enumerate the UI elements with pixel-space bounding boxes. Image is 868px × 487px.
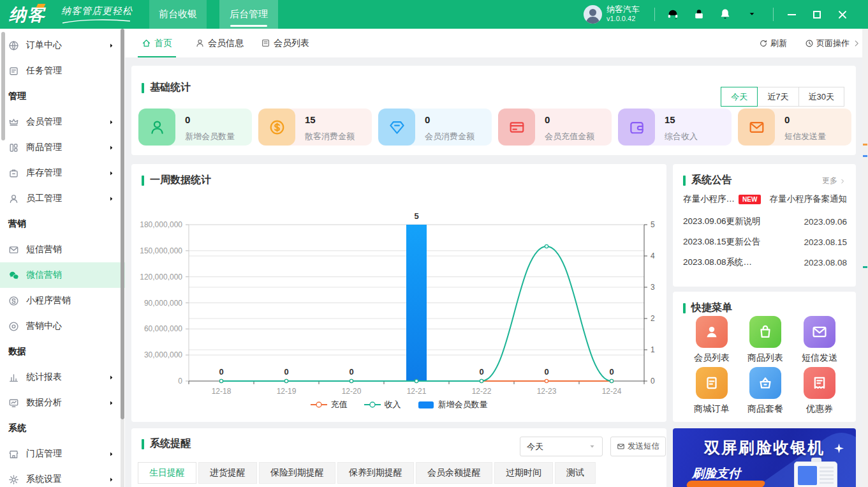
svg-text:5: 5 [414,211,418,221]
svg-text:4: 4 [651,251,655,260]
sidebar-scrollbar[interactable] [121,29,124,419]
user-name: 纳客汽车 [607,4,640,15]
divider [773,8,774,21]
notice-row[interactable]: 2023.09.06更新说明2023.09.06 [683,214,847,229]
range-today-button[interactable]: 今天 [721,87,758,107]
topnav-backend-manage[interactable]: 后台管理 [219,0,278,29]
wechat-icon [8,270,19,281]
sidebar-item-report[interactable]: 统计报表 [0,364,125,390]
range-7days-button[interactable]: 近7天 [757,87,798,107]
quick-goods-package[interactable]: 商品套餐 [739,367,792,415]
range-30days-button[interactable]: 近30天 [798,87,844,107]
stat-card-walkin-spend: 15散客消费金额 [258,109,372,146]
notice-row[interactable]: 2023.08.08系统…2023.08.08 [683,255,847,269]
notice-row[interactable]: 2023.08.15更新公告2023.08.15 [683,235,847,249]
remind-tab-test[interactable]: 测试 [555,462,596,484]
system-remind-panel: 系统提醒 今天 发送短信 生日提醒 进货提醒 保险到期提醒 保养到期提醒 会员余… [131,428,666,487]
svg-text:0: 0 [284,367,288,377]
quick-sms-send[interactable]: 短信发送 [793,316,846,364]
legend-item[interactable]: 充值 [311,399,348,410]
remind-tab-purchase[interactable]: 进货提醒 [198,462,257,484]
tab-member-info[interactable]: 会员信息 [195,29,244,57]
remind-tab-member-balance[interactable]: 会员余额提醒 [416,462,492,484]
sidebar-item-staff-manage[interactable]: 员工管理 [0,186,125,211]
svg-text:12-18: 12-18 [212,387,232,396]
svg-text:12-20: 12-20 [342,387,362,396]
sidebar: 订单中心 任务管理 管理 会员管理 商品管理 库存管理 员工管理 营销 短信营销… [0,29,125,487]
sidebar-section-system: 系统 [0,416,125,441]
scrollbar-mark [863,155,867,157]
remind-tab-birthday[interactable]: 生日提醒 [138,462,196,484]
svg-text:0: 0 [651,377,655,386]
download-icon[interactable] [746,8,758,20]
sidebar-item-wechat-marketing[interactable]: 微信营销 [0,262,125,288]
tab-home[interactable]: 首页 [142,29,172,57]
quick-coupon[interactable]: 优惠券 [793,367,846,415]
chevron-right-icon [108,400,115,407]
customer-service-icon[interactable] [666,8,679,20]
svg-text:12-19: 12-19 [277,387,297,396]
legend-item[interactable]: 收入 [364,399,401,410]
topbar: 纳客 纳客管店更轻松 前台收银 后台管理 纳客汽车 v1.0.0.42 [0,0,868,29]
stat-card-new-members: 0新增会员数量 [138,109,252,146]
sidebar-item-miniapp-marketing[interactable]: 小程序营销 [0,288,125,313]
tab-member-list[interactable]: 会员列表 [261,29,309,57]
quick-goods-list[interactable]: 商品列表 [739,316,792,364]
remind-tab-maintenance-due[interactable]: 保养到期提醒 [337,462,414,484]
quick-member-list[interactable]: 会员列表 [685,316,739,364]
sidebar-item-member-manage[interactable]: 会员管理 [0,109,125,135]
sidebar-item-sms-marketing[interactable]: 短信营销 [0,237,125,262]
sidebar-item-goods-manage[interactable]: 商品管理 [0,135,125,160]
remind-tab-expire-time[interactable]: 过期时间 [494,462,553,484]
refresh-button[interactable]: 刷新 [759,29,787,57]
panel-title: 系统公告 [683,174,732,187]
svg-text:30,000,000: 30,000,000 [144,350,182,359]
lock-icon[interactable] [693,8,705,20]
topnav-front-cashier[interactable]: 前台收银 [149,0,207,29]
notice-more-link[interactable]: 更多 [822,176,846,186]
svg-text:120,000,000: 120,000,000 [140,273,182,281]
sidebar-item-task-manage[interactable]: 任务管理 [0,58,125,84]
sidebar-item-data-analysis[interactable]: 数据分析 [0,390,125,416]
page-actions-button[interactable]: 页面操作 [805,29,861,57]
envelope-icon [738,109,775,146]
chart-legend: 充值收入新增会员数量 [131,399,666,410]
quick-mall-order[interactable]: 商城订单 [685,367,739,415]
send-sms-button[interactable]: 发送短信 [610,437,666,456]
stat-value: 15 [665,114,698,125]
sidebar-item-system-settings[interactable]: 系统设置 [0,467,125,487]
window-scrollbar[interactable] [862,29,868,487]
ad-headline: 双屏刷脸收银机 [673,437,856,458]
legend-item[interactable]: 新增会员数量 [418,399,488,410]
refresh-icon [759,39,768,48]
goods-package-icon [749,367,781,399]
notice-row[interactable]: 存量小程序… NEW 存量小程序备案通知 [683,192,847,206]
stat-value: 0 [185,114,235,125]
chevron-right-icon [108,374,115,381]
sidebar-item-stock-manage[interactable]: 库存管理 [0,160,125,186]
sidebar-item-marketing-center[interactable]: 营销中心 [0,313,125,339]
window-scrollbar-thumb[interactable] [1,32,5,140]
panel-title: 快捷菜单 [683,301,732,315]
svg-text:90,000,000: 90,000,000 [144,299,182,308]
remind-tab-insurance-due[interactable]: 保险到期提醒 [259,462,335,484]
chevron-right-icon [839,178,846,184]
panel-title: 系统提醒 [142,437,191,451]
close-button[interactable] [830,0,855,29]
sidebar-item-order-center[interactable]: 订单中心 [0,33,125,58]
remind-tabs: 生日提醒 进货提醒 保险到期提醒 保养到期提醒 会员余额提醒 过期时间 测试 [138,462,596,484]
stat-label: 散客消费金额 [305,131,355,142]
remind-date-dropdown[interactable]: 今天 [520,437,603,456]
maximize-button[interactable] [805,0,829,29]
svg-text:12-22: 12-22 [472,387,492,396]
minimize-button[interactable] [779,0,804,29]
sparkle-icon [834,444,844,453]
avatar[interactable] [584,5,602,24]
list-icon [261,38,270,48]
person-icon [195,38,205,48]
bell-icon[interactable] [719,8,732,20]
member-list-icon [696,316,728,348]
ad-banner[interactable]: 双屏刷脸收银机 刷脸支付 [673,428,856,487]
svg-text:180,000,000: 180,000,000 [140,220,182,229]
sidebar-item-store-manage[interactable]: 门店管理 [0,441,125,467]
